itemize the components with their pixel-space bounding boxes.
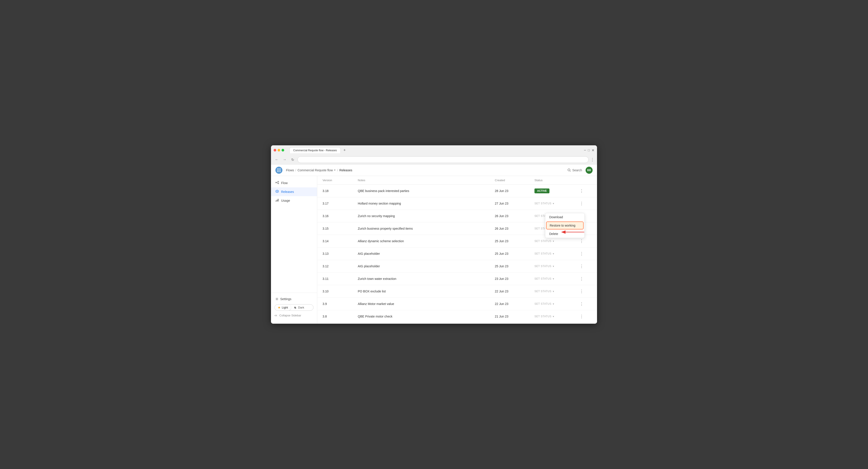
created-cell: 25 Jun 23 [495,252,534,256]
row-more-button[interactable]: ⋮ [579,276,585,282]
table-row: 3.12 AIG placeholder 25 Jun 23 SET STATU… [317,260,597,273]
browser-menu-button[interactable]: ⋮ [590,157,594,162]
releases-icon [275,190,279,194]
active-tab[interactable]: Commercial Requote flow - Releases [289,147,341,153]
created-cell: 27 Jun 23 [495,202,534,205]
notes-cell: AIG placeholder [358,264,495,268]
table-row: 3.7 Inception date calculation 20 Jun 23… [317,323,597,324]
row-more-button[interactable]: ⋮ [579,200,585,206]
col-actions [579,178,592,182]
set-status-button[interactable]: SET STATUS ▼ [534,302,579,305]
version-cell: 3.8 [322,315,358,318]
svg-rect-11 [278,199,278,201]
table-row: 3.17 Hollard money section mapping 27 Ju… [317,197,597,210]
sidebar-label-releases: Releases [281,190,294,194]
svg-rect-9 [276,201,276,201]
breadcrumb-flow-name[interactable]: Commercial Requote flow ▼ [298,168,336,172]
maximize-button[interactable] [282,149,284,152]
breadcrumb-sep1: / [296,168,296,172]
forward-button[interactable]: → [282,157,288,163]
main-content: Flow Releases Usage [271,176,597,324]
minimize-window-btn[interactable]: − [584,148,586,153]
sidebar-item-flow[interactable]: Flow [271,178,317,188]
collapse-sidebar-button[interactable]: Collapse Sidebar [275,312,313,319]
version-cell: 3.13 [322,252,358,256]
sidebar-label-flow: Flow [281,181,288,185]
status-cell: SET STATUS ▼ [534,240,579,243]
new-tab-button[interactable]: + [341,147,348,153]
refresh-button[interactable]: ↻ [289,157,296,163]
breadcrumb-flows[interactable]: Flows [286,168,294,172]
close-window-btn[interactable]: ✕ [591,148,594,153]
created-cell: 25 Jun 23 [495,239,534,243]
row-more-button[interactable]: ⋮ [579,288,585,294]
created-cell: 22 Jun 23 [495,302,534,306]
browser-tabs: Commercial Requote flow - Releases + [289,147,348,153]
header-right: Search BB [567,167,593,174]
breadcrumb-sep2: / [337,168,338,172]
app-container: Flows / Commercial Requote flow ▼ / Rele… [271,165,597,324]
collapse-label: Collapse Sidebar [279,314,301,317]
row-more-button[interactable]: ⋮ [579,188,585,194]
flow-chevron-icon: ▼ [334,169,336,171]
status-cell: SET STATUS ▼ [534,202,579,205]
restore-window-btn[interactable]: □ [588,148,590,152]
table-row: 3.8 QBE Private motor check 21 Jun 23 SE… [317,310,597,323]
row-more-button[interactable]: ⋮ [579,313,585,320]
browser-window: Commercial Requote flow - Releases + − □… [271,145,597,324]
address-bar[interactable] [298,156,589,163]
sidebar-item-releases[interactable]: Releases [271,188,317,196]
set-status-button[interactable]: SET STATUS ▼ [534,315,579,318]
row-more-button[interactable]: ⋮ [579,238,585,244]
svg-point-4 [278,183,279,184]
usage-icon [275,198,279,203]
status-cell: SET STATUS ▼ [534,302,579,305]
table-row: 3.11 Zurich town water extraction 23 Jun… [317,273,597,285]
notes-cell: Allianz Motor market value [358,302,495,306]
sidebar: Flow Releases Usage [271,176,317,324]
created-cell: 26 Jun 23 [495,227,534,230]
set-status-button[interactable]: SET STATUS ▼ [534,240,579,243]
light-theme-button[interactable]: Light [275,304,291,310]
collapse-icon [275,314,278,317]
back-button[interactable]: ← [274,157,280,163]
row-more-button[interactable]: ⋮ [579,301,585,307]
restore-to-working-menu-item[interactable]: Restore to working [546,222,584,229]
svg-point-13 [278,307,280,308]
dark-theme-label: Dark [298,306,304,309]
row-more-button[interactable]: ⋮ [579,263,585,269]
browser-titlebar: Commercial Requote flow - Releases + − □… [271,145,597,155]
created-cell: 22 Jun 23 [495,290,534,293]
sidebar-item-settings[interactable]: Settings [275,296,313,303]
status-cell: SET STATUS ▼ [534,277,579,280]
close-button[interactable] [274,149,276,152]
svg-point-12 [277,299,278,300]
app-logo [275,167,282,174]
table-container[interactable]: Version Notes Created Status 3.18 QBE bu… [317,176,597,324]
delete-menu-item[interactable]: Delete [545,230,585,238]
created-cell: 25 Jun 23 [495,264,534,268]
minimize-button[interactable] [278,149,280,152]
set-status-button[interactable]: SET STATUS ▼ [534,252,579,255]
sidebar-item-usage[interactable]: Usage [271,196,317,205]
version-cell: 3.16 [322,214,358,218]
set-status-button[interactable]: SET STATUS ▼ [534,290,579,293]
version-cell: 3.17 [322,202,358,205]
row-more-button[interactable]: ⋮ [579,250,585,257]
notes-cell: Zurich town water extraction [358,277,495,280]
version-cell: 3.14 [322,239,358,243]
created-cell: 21 Jun 23 [495,315,534,318]
search-button[interactable]: Search [567,168,582,172]
table-row: 3.13 AIG placeholder 25 Jun 23 SET STATU… [317,247,597,260]
dark-icon [294,306,297,309]
set-status-button[interactable]: SET STATUS ▼ [534,277,579,280]
notes-cell: Zurich no security mapping [358,214,495,218]
set-status-button[interactable]: SET STATUS ▼ [534,202,579,205]
status-cell: SET STATUS ▼ [534,265,579,268]
dark-theme-button[interactable]: Dark [291,304,307,310]
download-menu-item[interactable]: Download [545,213,585,221]
dropdown-menu: Download Restore to working Delete [545,213,585,238]
set-status-button[interactable]: SET STATUS ▼ [534,265,579,268]
sidebar-label-usage: Usage [281,199,290,202]
table-header: Version Notes Created Status [317,176,597,185]
